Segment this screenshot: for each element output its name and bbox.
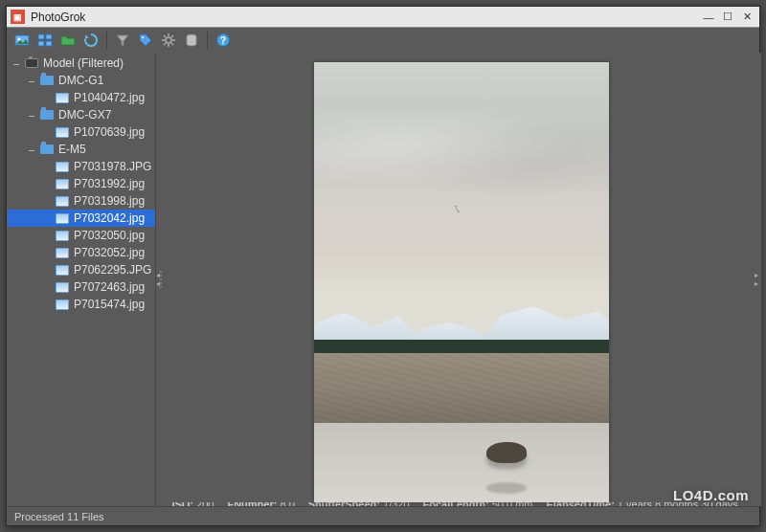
ss-value: 1/320 xyxy=(383,502,410,506)
fn-value: 8.0 xyxy=(280,502,294,506)
tree-group[interactable]: –DMC-G1 xyxy=(7,72,155,89)
tree-toggle[interactable]: – xyxy=(26,109,37,121)
img-icon xyxy=(55,299,70,311)
minimize-button[interactable]: — xyxy=(700,11,717,24)
status-text: Processed 11 Files xyxy=(14,511,104,522)
tree-file[interactable]: P7031978.JPG xyxy=(7,158,155,175)
svg-line-15 xyxy=(171,35,173,37)
tree-toggle[interactable]: – xyxy=(11,57,22,69)
window-title: PhotoGrok xyxy=(31,11,698,24)
tree-toggle[interactable]: – xyxy=(26,75,37,86)
view-image-button[interactable] xyxy=(12,31,32,50)
svg-line-13 xyxy=(171,43,173,45)
sidebar: –Model (Filtered)–DMC-G1P1040472.jpg–DMC… xyxy=(7,53,156,506)
fold-icon xyxy=(39,75,55,87)
database-button[interactable] xyxy=(182,31,201,50)
iso-label: ISO: xyxy=(171,502,193,506)
fl-value: 50.0 mm xyxy=(492,502,533,506)
tree-label: P7032050.jpg xyxy=(74,229,151,242)
tree-label: DMC-GX7 xyxy=(58,108,151,122)
settings-button[interactable] xyxy=(159,31,178,50)
tree-file[interactable]: P7031992.jpg xyxy=(7,175,155,192)
app-icon: ▣ xyxy=(11,10,25,24)
tree-label: E-M5 xyxy=(58,143,151,156)
cam-icon xyxy=(24,57,39,70)
svg-rect-4 xyxy=(38,41,44,46)
toolbar: ? xyxy=(7,28,759,53)
tree-label: P7032052.jpg xyxy=(74,246,151,259)
tree-label: P7031978.JPG xyxy=(74,160,151,173)
tree-file[interactable]: P7031998.jpg xyxy=(7,192,155,210)
canvas[interactable]: ㄟ xyxy=(162,53,760,502)
tree-label: P7032042.jpg xyxy=(74,211,151,225)
img-icon xyxy=(55,264,70,277)
tree-group[interactable]: –DMC-GX7 xyxy=(7,106,155,123)
open-folder-button[interactable] xyxy=(58,31,78,50)
img-icon xyxy=(55,92,70,104)
ss-label: ShutterSpeed: xyxy=(308,502,380,506)
tree-file[interactable]: P7032050.jpg xyxy=(7,227,155,244)
tree-file[interactable]: P7032042.jpg xyxy=(7,210,155,227)
svg-point-6 xyxy=(142,36,144,38)
iso-value: 200 xyxy=(196,502,214,506)
tree-label: Model (Filtered) xyxy=(43,56,151,70)
img-icon xyxy=(55,281,70,294)
tree-file[interactable]: P7062295.JPG xyxy=(7,261,155,278)
tree-label: P7062295.JPG xyxy=(74,263,151,277)
tree-label: P7031992.jpg xyxy=(74,177,151,190)
tree-label: P7031998.jpg xyxy=(74,194,151,208)
img-icon xyxy=(55,230,70,242)
fold-icon xyxy=(39,109,55,122)
img-icon xyxy=(55,178,70,190)
img-icon xyxy=(55,195,70,208)
fl-label: FocalLength: xyxy=(423,502,489,506)
photo-preview: ㄟ xyxy=(314,62,609,502)
svg-rect-2 xyxy=(38,34,44,39)
tree-label: P1070639.jpg xyxy=(74,125,151,139)
status-bar: Processed 11 Files xyxy=(7,506,759,525)
tree-file[interactable]: P1070639.jpg xyxy=(7,123,155,141)
tree-file[interactable]: P7072463.jpg xyxy=(7,278,155,296)
tree-root[interactable]: –Model (Filtered) xyxy=(7,55,155,72)
titlebar: ▣ PhotoGrok — ☐ ✕ xyxy=(7,7,759,28)
tree-label: P1040472.jpg xyxy=(74,91,151,104)
image-viewer: ▸▸ ㄟ ISO: 200 FNumber: 8.0 ShutterSpeed:… xyxy=(162,53,760,506)
tree-label: DMC-G1 xyxy=(58,74,151,87)
svg-line-12 xyxy=(164,35,166,37)
img-icon xyxy=(55,212,70,225)
bird-icon: ㄟ xyxy=(453,203,462,215)
img-icon xyxy=(55,247,70,259)
svg-rect-5 xyxy=(46,41,52,46)
tag-button[interactable] xyxy=(136,31,155,50)
maximize-button[interactable]: ☐ xyxy=(719,11,736,24)
img-icon xyxy=(55,161,70,173)
metadata-bar: ISO: 200 FNumber: 8.0 ShutterSpeed: 1/32… xyxy=(162,502,760,506)
et-value: 1 years 8 months 30 days xyxy=(618,502,738,506)
svg-line-14 xyxy=(164,43,166,45)
tree-label: P7072463.jpg xyxy=(74,280,151,294)
file-tree[interactable]: –Model (Filtered)–DMC-G1P1040472.jpg–DMC… xyxy=(7,53,155,506)
toolbar-separator xyxy=(106,32,107,49)
tree-file[interactable]: P7015474.jpg xyxy=(7,296,155,313)
svg-rect-3 xyxy=(46,34,52,39)
img-icon xyxy=(55,126,70,139)
tree-group[interactable]: –E-M5 xyxy=(7,141,155,158)
svg-text:?: ? xyxy=(220,35,226,46)
toolbar-separator xyxy=(207,32,208,49)
view-thumbnails-button[interactable] xyxy=(35,31,55,50)
et-label: ElapsedTime: xyxy=(546,502,614,506)
tree-file[interactable]: P7032052.jpg xyxy=(7,244,155,261)
close-button[interactable]: ✕ xyxy=(738,11,755,24)
app-window: ▣ PhotoGrok — ☐ ✕ ? –Model (Filtered)–DM… xyxy=(6,6,760,526)
body: –Model (Filtered)–DMC-G1P1040472.jpg–DMC… xyxy=(7,53,759,506)
filter-button[interactable] xyxy=(113,31,132,50)
tree-file[interactable]: P1040472.jpg xyxy=(7,89,155,106)
help-button[interactable]: ? xyxy=(214,31,233,50)
tree-toggle[interactable]: – xyxy=(26,144,37,155)
refresh-button[interactable] xyxy=(81,31,101,50)
fold-icon xyxy=(39,144,55,156)
tree-label: P7015474.jpg xyxy=(74,298,151,311)
fn-label: FNumber: xyxy=(227,502,277,506)
svg-point-7 xyxy=(166,37,171,43)
